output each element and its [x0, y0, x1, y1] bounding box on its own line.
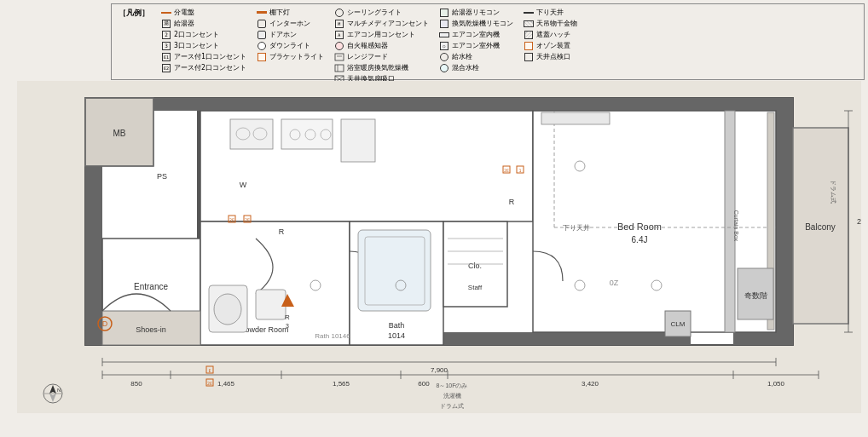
svg-text:N: N — [57, 388, 61, 393]
legend-col-2: 棚下灯 インターホン ドアホン ダウンライト ブラケットライト — [257, 8, 324, 83]
legend-item: 浴室暖房換気乾燥機 — [334, 63, 429, 72]
svg-text:2E: 2E — [229, 217, 234, 222]
svg-rect-10 — [776, 98, 793, 345]
floor-plan-svg: MB PS Kitchen Bed Room 6.4J Balcony Entr… — [17, 81, 861, 413]
r-label-2: R — [509, 198, 515, 206]
legend-label: アース付1口コンセント — [174, 52, 246, 61]
dim-1050: 1,050 — [767, 380, 785, 388]
legend-col-3: シーリングライト M マルチメディアコンセント A エアコン用コンセント 自火報… — [334, 8, 429, 83]
legend-label: 給湯器リモコン — [452, 8, 500, 17]
legend-title: ［凡例］ — [119, 8, 149, 76]
floor-plan-page: ［凡例］ 分電盤 湯 給湯器 2 2口コンセント 3 3口コンセ — [0, 0, 868, 437]
shoes-in-label: Shoes-in — [136, 325, 166, 334]
dim-600: 600 — [418, 380, 430, 388]
legend-label: アース付2口コンセント — [174, 63, 246, 72]
legend-item: ブラケットライト — [257, 52, 324, 61]
legend-label: 給水栓 — [452, 52, 472, 61]
ceiling-light-icon — [334, 9, 344, 17]
legend-label: 遮蓋ハッチ — [536, 30, 570, 39]
bath-size-label: 1014 — [388, 331, 405, 340]
entrance-label: Entrance — [134, 282, 168, 291]
legend-item: オゾン装置 — [524, 41, 583, 50]
legend-label: オゾン装置 — [536, 41, 570, 50]
svg-rect-42 — [256, 290, 286, 319]
legend-item: 混合水栓 — [439, 63, 513, 72]
legend-label: マルチメディアコンセント — [347, 19, 429, 28]
svg-text:2E: 2E — [207, 381, 212, 386]
multimedia-icon: M — [334, 20, 344, 28]
w-label: W — [240, 181, 247, 189]
svg-rect-38 — [341, 119, 375, 162]
legend-label: エアコン用コンセント — [347, 30, 415, 39]
hatch-icon — [524, 31, 534, 39]
dim-3420: 3,420 — [582, 380, 599, 388]
line-orange-icon — [161, 9, 171, 17]
mb-label: MB — [113, 129, 126, 138]
shelf-light-icon — [257, 9, 267, 17]
legend-item: 下り天井 — [524, 8, 583, 17]
rath-label: Rath 10146 — [315, 332, 350, 340]
legend-label: ダウンライト — [269, 41, 310, 50]
clo-label: Clo. — [468, 262, 482, 270]
legend-columns: 分電盤 湯 給湯器 2 2口コンセント 3 3口コンセント E1 アース付1口コ… — [161, 8, 583, 76]
legend-label: レンジフード — [347, 52, 388, 61]
range-hood-icon — [334, 53, 344, 61]
svg-rect-0 — [335, 54, 344, 60]
drum-note: ドラム式 — [440, 403, 464, 409]
oz-label: 0Z — [610, 279, 619, 287]
legend-label: 天井点検口 — [536, 52, 570, 61]
washing-note: 洗濯機 — [443, 393, 461, 399]
legend-box: ［凡例］ 分電盤 湯 給湯器 2 2口コンセント 3 3口コンセ — [111, 3, 865, 80]
legend-label: ドアホン — [269, 30, 297, 39]
bedroom-label: Bed Room — [617, 221, 662, 232]
outlet3-icon: 3 — [161, 42, 171, 50]
legend-label: 自火報感知器 — [347, 41, 388, 50]
legend-item: 自火報感知器 — [334, 41, 429, 50]
svg-rect-2 — [335, 65, 344, 72]
outlet-earth2-icon: E2 — [161, 64, 171, 72]
fire-alarm-icon — [334, 42, 344, 50]
legend-label: シーリングライト — [347, 8, 402, 17]
downlight-icon — [257, 42, 267, 50]
hanging-dryer-icon — [524, 20, 534, 28]
svg-rect-31 — [230, 119, 273, 149]
legend-item: 天井点検口 — [524, 52, 583, 61]
interphone-icon — [257, 20, 267, 28]
legend-label: 浴室暖房換気乾燥機 — [347, 63, 408, 72]
ozone-icon — [524, 42, 534, 50]
drum-label: ドラム式 — [830, 180, 836, 204]
ac-indoor-icon — [439, 31, 449, 39]
legend-item: エアコン室内機 — [439, 30, 513, 39]
bedroom-size-label: 6.4J — [632, 235, 648, 244]
legend-item: シーリングライト — [334, 8, 429, 17]
legend-item: M マルチメディアコンセント — [334, 19, 429, 28]
legend-item: ドアホン — [257, 30, 324, 39]
outlet-earth1-icon: E1 — [161, 53, 171, 61]
legend-item: 給湯器リモコン — [439, 8, 513, 17]
legend-label: 下り天井 — [536, 8, 564, 17]
legend-label: 換気乾燥機リモコン — [452, 19, 513, 28]
legend-label: 給湯器 — [174, 19, 194, 28]
svg-rect-48 — [541, 112, 610, 124]
r3-label: R — [285, 313, 290, 321]
ceiling-access-icon — [524, 53, 534, 61]
legend-item: A エアコン用コンセント — [334, 30, 429, 39]
legend-col-4: 給湯器リモコン 換気乾燥機リモコン エアコン室内機 ○ エアコン室外機 給水栓 — [439, 8, 513, 83]
legend-item: 給水栓 — [439, 52, 513, 61]
height-label: 2,850 — [857, 217, 861, 226]
water-heater-remocon-icon — [439, 9, 449, 17]
compass-group: N — [43, 384, 62, 403]
dryer-remocon-icon — [439, 20, 449, 28]
svg-text:1: 1 — [518, 168, 521, 173]
legend-label: 天吊物干金物 — [536, 19, 577, 28]
outlet2-icon: 2 — [161, 31, 171, 39]
legend-item: インターホン — [257, 19, 324, 28]
svg-text:2E: 2E — [245, 217, 250, 222]
water-heater-icon: 湯 — [161, 20, 171, 28]
stairs-label: 奇数階 — [744, 291, 767, 300]
water-tap-icon — [439, 53, 449, 61]
legend-label: エアコン室内機 — [452, 30, 500, 39]
staff-label: Staff — [468, 284, 483, 291]
legend-item: ダウンライト — [257, 41, 324, 50]
legend-label: 棚下灯 — [269, 8, 290, 17]
